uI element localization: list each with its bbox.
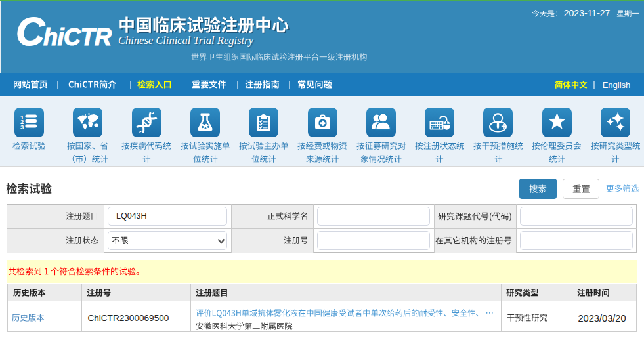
svg-text:3: 3: [20, 123, 24, 131]
